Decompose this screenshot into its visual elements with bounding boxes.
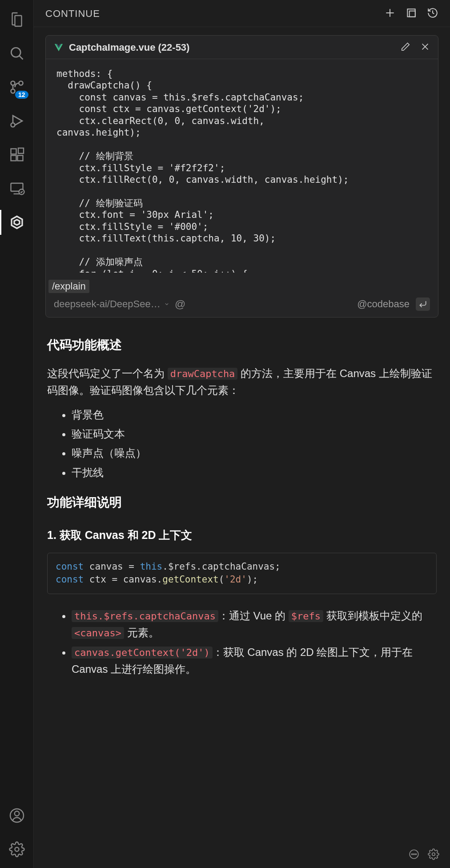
history-icon[interactable] <box>427 7 438 20</box>
svg-point-6 <box>11 123 15 127</box>
more-icon[interactable] <box>408 848 420 862</box>
source-control-badge: 12 <box>15 91 28 99</box>
account-icon[interactable] <box>4 803 29 828</box>
assistant-response: 代码功能概述 这段代码定义了一个名为 drawCaptcha 的方法，主要用于在… <box>45 317 438 678</box>
slash-command[interactable]: /explain <box>48 280 89 293</box>
edit-icon[interactable] <box>401 42 410 53</box>
list-item: canvas.getContext('2d')：获取 Canvas 的 2D 绘… <box>72 644 437 678</box>
subsection-heading: 1. 获取 Canvas 和 2D 上下文 <box>47 526 437 544</box>
svg-point-27 <box>414 854 414 855</box>
file-name: CaptchaImage.vue (22-53) <box>69 42 189 53</box>
submit-button[interactable] <box>416 297 430 311</box>
explorer-icon[interactable] <box>4 7 29 32</box>
svg-point-0 <box>11 48 20 57</box>
feature-list: 背景色 验证码文本 噪声点（噪点） 干扰线 <box>47 406 437 482</box>
svg-point-26 <box>412 854 413 855</box>
svg-rect-8 <box>11 156 16 161</box>
extensions-icon[interactable] <box>4 142 29 167</box>
svg-rect-7 <box>11 149 16 154</box>
paragraph: 这段代码定义了一个名为 drawCaptcha 的方法，主要用于在 Canvas… <box>47 365 437 399</box>
activity-bar: 12 <box>0 0 34 868</box>
vue-icon <box>54 43 64 52</box>
svg-point-29 <box>432 853 435 856</box>
model-selector[interactable]: deepseek-ai/DeepSee… <box>54 298 169 310</box>
continue-panel: CONTINUE CaptchaImage.vue (22-53) <box>34 0 450 868</box>
search-icon[interactable] <box>4 41 29 66</box>
svg-point-3 <box>11 89 15 93</box>
list-item: 验证码文本 <box>72 426 437 442</box>
context-card: CaptchaImage.vue (22-53) methods: { draw… <box>45 35 438 317</box>
settings-gear-icon[interactable] <box>4 837 29 862</box>
svg-rect-10 <box>18 148 24 153</box>
panel-footer <box>34 842 450 868</box>
list-item: 噪声点（噪点） <box>72 445 437 462</box>
codebase-context[interactable]: @codebase <box>357 298 410 310</box>
svg-line-1 <box>19 56 23 59</box>
settings-icon[interactable] <box>428 848 439 862</box>
close-icon[interactable] <box>420 42 430 53</box>
svg-point-17 <box>14 811 19 816</box>
continue-extension-icon[interactable] <box>4 210 29 235</box>
chevron-down-icon <box>164 301 169 308</box>
panel-title: CONTINUE <box>45 8 100 20</box>
svg-marker-15 <box>14 220 20 225</box>
list-item: 干扰线 <box>72 464 437 481</box>
svg-rect-9 <box>17 156 23 161</box>
svg-point-2 <box>19 81 23 85</box>
list-item: 背景色 <box>72 406 437 423</box>
section-heading: 代码功能概述 <box>47 335 437 355</box>
at-context-icon[interactable]: @ <box>175 298 185 310</box>
debug-icon[interactable] <box>4 108 29 133</box>
explain-list: this.$refs.captchaCanvas：通过 Vue 的 $refs … <box>47 607 437 678</box>
svg-point-4 <box>11 81 15 85</box>
svg-rect-22 <box>410 11 415 17</box>
new-chat-icon[interactable] <box>384 7 396 20</box>
list-item: this.$refs.captchaCanvas：通过 Vue 的 $refs … <box>72 607 437 642</box>
svg-point-28 <box>415 854 416 855</box>
code-block: const canvas = this.$refs.captchaCanvas;… <box>47 553 437 594</box>
svg-point-18 <box>15 848 19 852</box>
section-heading: 功能详细说明 <box>47 493 437 513</box>
input-row: deepseek-ai/DeepSee… @ @codebase <box>46 293 438 317</box>
panel-header: CONTINUE <box>34 0 450 27</box>
source-control-icon[interactable]: 12 <box>4 75 29 100</box>
code-snippet: methods: { drawCaptcha() { const canvas … <box>46 59 438 273</box>
maximize-icon[interactable] <box>406 7 417 20</box>
remote-icon[interactable] <box>4 176 29 201</box>
code-header: CaptchaImage.vue (22-53) <box>46 36 438 59</box>
